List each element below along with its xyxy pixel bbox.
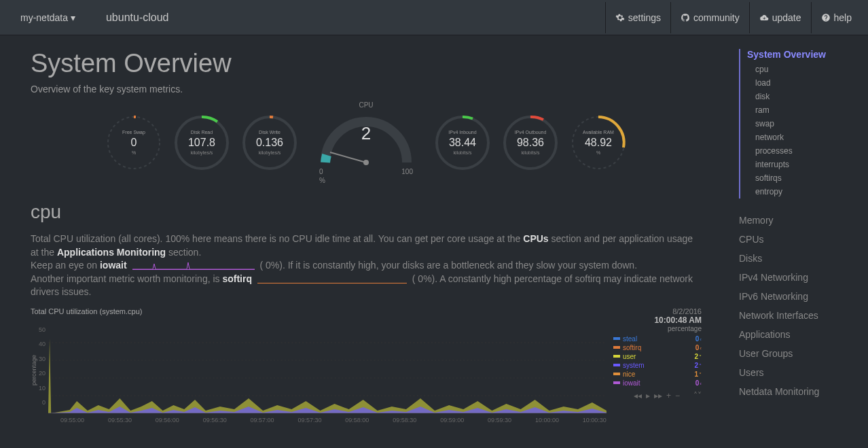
x-tick: 09:56:30 [203, 417, 227, 424]
chart-heading: Total CPU utilization (system.cpu) 8/2/2… [31, 307, 702, 325]
cpu-description: Total CPU utilization (all cores). 100% … [31, 232, 702, 299]
gauge-value: 107.8 [171, 137, 232, 149]
sidebar-section[interactable]: Users [739, 363, 861, 382]
help-icon [821, 13, 831, 22]
sidebar-section[interactable]: User Groups [739, 344, 861, 363]
legend-value: 2 [694, 362, 698, 369]
legend-label: softirq [623, 344, 641, 351]
y-tick: 40 [39, 341, 46, 347]
sidebar-item-processes[interactable]: processes [747, 144, 861, 158]
chart-rewind-icon[interactable]: ◂◂ [634, 391, 642, 400]
chart-collapse-icon[interactable]: ˄˅ [693, 391, 702, 400]
gauge-value: 38.44 [432, 137, 493, 149]
legend-item[interactable]: steal0‹ [613, 335, 702, 343]
metric-softirq: softirq [222, 273, 252, 284]
community-label: community [693, 12, 740, 23]
gear-icon [615, 13, 625, 22]
settings-link[interactable]: settings [605, 2, 670, 33]
link-applications[interactable]: Applications Monitoring [57, 247, 166, 258]
sidebar-section[interactable]: IPv4 Networking [739, 268, 861, 287]
y-tick: 50 [39, 326, 46, 333]
sidebar-section[interactable]: Network Interfaces [739, 306, 861, 325]
gauge-cpu[interactable]: CPU 2 0 100 % [315, 101, 417, 184]
sidebar-item-network[interactable]: network [747, 131, 861, 144]
chart-row: percentage 50403020100 percentage [31, 325, 702, 415]
help-link[interactable]: help [811, 2, 861, 33]
host-name: ubuntu-cloud [89, 1, 186, 34]
x-tick: 09:57:00 [251, 417, 274, 424]
area-chart-icon [48, 325, 607, 413]
gauge-ram[interactable]: Available RAM 48.92 % [568, 112, 629, 173]
sidebar-section[interactable]: Memory [739, 211, 861, 230]
sparkline-iowait [132, 262, 255, 270]
gauge-title: Disk Write [239, 130, 300, 135]
sidebar-item-load[interactable]: load [747, 76, 861, 90]
sidebar-item-cpu[interactable]: cpu [747, 63, 861, 76]
update-label: update [772, 12, 801, 23]
sparkline-softirq [257, 275, 407, 283]
legend-item[interactable]: iowait0‹ [613, 379, 702, 387]
gauge-disk-read[interactable]: Disk Read 107.8 kilobytes/s [171, 112, 232, 173]
legend-item[interactable]: system2˄ [613, 362, 702, 369]
x-tick: 09:55:00 [60, 417, 84, 424]
gauge-disk-write[interactable]: Disk Write 0.136 kilobytes/s [239, 112, 300, 173]
x-tick: 09:57:30 [297, 417, 321, 424]
sidebar-item-softirqs[interactable]: softirqs [747, 171, 861, 185]
legend-swatch [613, 337, 620, 340]
chart-zoom-out-icon[interactable]: − [675, 391, 680, 400]
sidebar-heading-overview[interactable]: System Overview [747, 49, 861, 60]
y-axis: 50403020100 [39, 325, 48, 415]
legend-item[interactable]: user2˅ [613, 353, 702, 360]
update-link[interactable]: update [749, 2, 811, 33]
sidebar-section[interactable]: Netdata Monitoring [739, 382, 861, 401]
legend-label: nice [623, 371, 635, 378]
community-link[interactable]: community [670, 2, 749, 33]
legend-swatch [613, 364, 620, 366]
sidebar-item-ram[interactable]: ram [747, 103, 861, 117]
legend-trend-icon: ‹ [700, 381, 702, 387]
sidebar-section[interactable]: Applications [739, 325, 861, 344]
gauge-value: 0 [103, 137, 164, 149]
gauge-row: Free Swap 0 % Disk Read 107.8 kilobytes/… [31, 101, 702, 184]
chart-zoom-in-icon[interactable]: + [666, 391, 671, 400]
legend-value: 0 [695, 379, 700, 387]
caret-down-icon: ▾ [71, 12, 75, 23]
chart-forward-icon[interactable]: ▸▸ [654, 391, 662, 400]
gauge-unit: % [103, 150, 164, 155]
main-content: System Overview Overview of the key syst… [0, 35, 732, 448]
legend-value: 1 [694, 371, 698, 378]
legend-label: system [623, 362, 645, 369]
gauge-swap[interactable]: Free Swap 0 % [103, 112, 164, 173]
legend-item[interactable]: nice1˅ [613, 371, 702, 378]
sidebar-section[interactable]: CPUs [739, 230, 861, 249]
gauge-ipv4-in[interactable]: IPv4 Inbound 38.44 kilobits/s [432, 112, 493, 173]
chart-time: 10:00:48 AM [654, 315, 702, 325]
sidebar-item-swap[interactable]: swap [747, 117, 861, 131]
gauge-unit: kilobits/s [500, 150, 561, 155]
app-header: my-netdata ▾ ubuntu-cloud settings commu… [0, 0, 868, 35]
chart-plot[interactable] [48, 325, 607, 415]
metric-iowait: iowait [100, 260, 127, 271]
sidebar-item-disk[interactable]: disk [747, 90, 861, 103]
legend-item[interactable]: softirq0‹ [613, 344, 702, 351]
sidebar-item-entropy[interactable]: entropy [747, 185, 861, 199]
gauge-unit: kilobits/s [432, 150, 493, 155]
sidebar-item-interrupts[interactable]: interrupts [747, 158, 861, 171]
legend-value: 0 [695, 344, 700, 351]
x-tick: 09:58:30 [393, 417, 416, 424]
gauge-title: Disk Read [171, 130, 232, 135]
sidebar-section[interactable]: Disks [739, 249, 861, 268]
gauge-title: IPv4 Outbound [500, 130, 561, 135]
header-right: settings community update help [605, 2, 861, 33]
sidebar-section[interactable]: IPv6 Networking [739, 287, 861, 306]
gauge-ipv4-out[interactable]: IPv4 Outbound 98.36 kilobits/s [500, 112, 561, 173]
chart-area[interactable]: percentage 50403020100 [31, 325, 607, 415]
netdata-dropdown[interactable]: my-netdata ▾ [7, 2, 89, 33]
legend-trend-icon: ˅ [699, 354, 702, 360]
x-axis: 09:55:0009:55:3009:56:0009:56:3009:57:00… [31, 417, 702, 424]
svg-point-4 [363, 160, 369, 165]
gauge-value: 98.36 [500, 137, 561, 149]
chart-play-icon[interactable]: ▸ [646, 391, 650, 400]
link-cpus[interactable]: CPUs [523, 233, 548, 244]
legend-value: 0 [695, 335, 700, 343]
